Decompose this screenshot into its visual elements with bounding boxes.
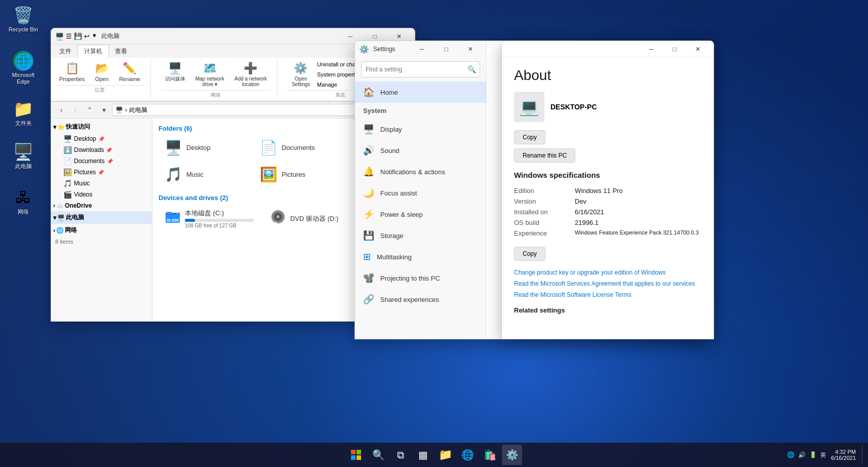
desktop-icon-edge[interactable]: 🌐 Microsoft Edge bbox=[5, 51, 42, 85]
svg-rect-3 bbox=[172, 219, 179, 222]
taskbar-settings-button[interactable]: ⚙️ bbox=[502, 445, 522, 465]
drive-c[interactable]: 本地磁盘 (C:) 108 GB free of 127 GB bbox=[159, 206, 260, 231]
up-button[interactable]: ⌃ bbox=[84, 104, 96, 116]
about-link-license[interactable]: Read the Microsoft Software License Term… bbox=[514, 291, 701, 298]
about-content: About 💻 DESKTOP-PC Copy Rename this PC W… bbox=[502, 57, 714, 324]
related-settings-title: Related settings bbox=[514, 306, 701, 314]
specs-row-version: Version Dev bbox=[514, 196, 701, 207]
desktop-icon-folder[interactable]: 📁 文件夹 bbox=[5, 99, 42, 127]
taskbar-widgets-button[interactable]: ▦ bbox=[413, 445, 433, 465]
item-count: 8 items bbox=[51, 237, 152, 247]
tab-computer[interactable]: 计算机 bbox=[77, 45, 109, 58]
drive-d[interactable]: DVD DVD 驱动器 (D:) bbox=[264, 206, 365, 231]
tab-view[interactable]: 查看 bbox=[109, 45, 133, 58]
add-network-button[interactable]: ➕ Add a networklocation bbox=[230, 60, 271, 89]
device-info: 💻 DESKTOP-PC bbox=[514, 92, 701, 122]
folder-pictures[interactable]: 🖼️ Pictures bbox=[254, 163, 345, 186]
about-copy-specs-button[interactable]: Copy bbox=[514, 247, 545, 261]
svg-rect-11 bbox=[357, 450, 361, 454]
folder-music[interactable]: 🎵 Music bbox=[159, 163, 250, 186]
titlebar-title: 此电脑 bbox=[101, 32, 120, 41]
settings-nav-focus[interactable]: 🌙 Focus assist bbox=[355, 182, 486, 204]
open-button[interactable]: 📂 Open bbox=[91, 60, 113, 84]
sidebar-section-this-pc[interactable]: ▾ 🖥️ 此电脑 bbox=[51, 211, 152, 224]
about-title: About bbox=[514, 67, 701, 84]
settings-close-button[interactable]: ✕ bbox=[459, 41, 482, 57]
settings-nav-projecting[interactable]: 📽️ Projecting to this PC bbox=[355, 267, 486, 289]
svg-rect-12 bbox=[351, 455, 356, 460]
taskbar-start-button[interactable] bbox=[346, 445, 366, 465]
settings-nav-sound[interactable]: 🔊 Sound bbox=[355, 140, 486, 161]
taskbar-edge-button[interactable]: 🌐 bbox=[457, 445, 478, 465]
svg-rect-5 bbox=[167, 212, 172, 214]
taskbar-center: 🔍 ⧉ ▦ 📁 🌐 🛍️ ⚙️ bbox=[346, 445, 522, 465]
svg-text:DVD: DVD bbox=[271, 221, 278, 224]
settings-minimize-button[interactable]: ─ bbox=[410, 41, 433, 57]
sidebar-item-downloads[interactable]: ⬇️ Downloads 📌 bbox=[59, 144, 152, 155]
system-section-label: System bbox=[355, 103, 486, 119]
settings-search-input[interactable] bbox=[361, 61, 480, 77]
ribbon-group-location: 📋 Properties 📂 Open ✏️ Rename 位置 bbox=[55, 60, 151, 99]
taskbar-explorer-button[interactable]: 📁 bbox=[435, 445, 455, 465]
taskbar-search-button[interactable]: 🔍 bbox=[368, 445, 388, 465]
settings-search: 🔍 bbox=[361, 61, 480, 77]
desktop-icon-network[interactable]: 🖧 网络 bbox=[5, 187, 42, 215]
about-rename-button[interactable]: Rename this PC bbox=[514, 148, 575, 163]
sidebar-item-music[interactable]: 🎵 Music bbox=[59, 178, 152, 189]
settings-maximize-button[interactable]: □ bbox=[435, 41, 458, 57]
sidebar-item-desktop[interactable]: 🖥️ Desktop 📌 bbox=[59, 133, 152, 144]
map-drive-button[interactable]: 🗺️ Map networkdrive ▾ bbox=[191, 60, 228, 89]
tab-file[interactable]: 文件 bbox=[53, 45, 77, 58]
properties-button[interactable]: 📋 Properties bbox=[55, 60, 89, 84]
win-specs-title: Windows specifications bbox=[514, 171, 701, 179]
specs-row-experience: Experience Windows Feature Experience Pa… bbox=[514, 228, 701, 239]
desktop-icon-this-pc[interactable]: 🖥️ 此电脑 bbox=[5, 142, 42, 170]
taskbar-store-button[interactable]: 🛍️ bbox=[480, 445, 500, 465]
desktop-icon-recycle-bin[interactable]: 🗑️ Recycle Bin bbox=[5, 5, 42, 33]
about-copy-button[interactable]: Copy bbox=[514, 130, 545, 144]
forward-button[interactable]: › bbox=[69, 104, 82, 116]
open-settings-button[interactable]: ⚙️ OpenSettings bbox=[288, 60, 314, 89]
sidebar-item-documents[interactable]: 📄 Documents 📌 bbox=[59, 155, 152, 167]
recent-button[interactable]: ▾ bbox=[98, 104, 110, 116]
specs-row-installed: Installed on 6/16/2021 bbox=[514, 207, 701, 217]
sidebar-item-pictures[interactable]: 🖼️ Pictures 📌 bbox=[59, 167, 152, 178]
about-close-button[interactable]: ✕ bbox=[686, 41, 709, 57]
settings-nav-shared[interactable]: 🔗 Shared experiences bbox=[355, 289, 486, 310]
back-button[interactable]: ‹ bbox=[55, 104, 67, 116]
tray-sound-icon[interactable]: 🔊 bbox=[797, 450, 807, 459]
settings-nav: 🏠 Home System 🖥️ Display 🔊 Sound 🔔 Notif… bbox=[355, 82, 486, 339]
sidebar-section-onedrive[interactable]: › ☁️ OneDrive bbox=[51, 200, 152, 211]
tray-lang-icon[interactable]: 英 bbox=[819, 450, 827, 460]
rename-button[interactable]: ✏️ Rename bbox=[115, 60, 144, 84]
svg-rect-10 bbox=[351, 450, 356, 454]
taskbar-taskview-button[interactable]: ⧉ bbox=[390, 445, 411, 465]
sidebar-section-quick-access[interactable]: ▾ ⭐ 快速访问 bbox=[51, 121, 152, 133]
folder-desktop[interactable]: 🖥️ Desktop bbox=[159, 136, 250, 159]
specs-row-edition: Edition Windows 11 Pro bbox=[514, 185, 701, 196]
about-maximize-button[interactable]: □ bbox=[663, 41, 686, 57]
svg-rect-2 bbox=[167, 219, 171, 222]
tray-battery-icon[interactable]: 🔋 bbox=[808, 450, 818, 459]
ribbon-group-network: 🖥️ 访问媒体 🗺️ Map networkdrive ▾ ➕ Add a ne… bbox=[161, 60, 278, 99]
sidebar: ▾ ⭐ 快速访问 🖥️ Desktop 📌 ⬇️ Downloads 📌 bbox=[51, 119, 152, 322]
settings-nav-notifications[interactable]: 🔔 Notifications & actions bbox=[355, 161, 486, 182]
settings-nav-power[interactable]: ⚡ Power & sleep bbox=[355, 204, 486, 225]
taskbar-clock[interactable]: 4:32 PM 6/16/2021 bbox=[831, 449, 856, 461]
sidebar-section-network[interactable]: › 🌐 网络 bbox=[51, 224, 152, 237]
settings-nav-storage[interactable]: 💾 Storage bbox=[355, 225, 486, 246]
about-panel: ─ □ ✕ About 💻 DESKTOP-PC Copy Rename thi… bbox=[501, 41, 714, 339]
sidebar-item-videos[interactable]: 🎬 Videos bbox=[59, 189, 152, 200]
folder-documents[interactable]: 📄 Documents bbox=[254, 136, 345, 159]
settings-nav-multitasking[interactable]: ⊞ Multitasking bbox=[355, 246, 486, 267]
titlebar-icon: 🖥️ bbox=[55, 32, 64, 41]
show-desktop-button[interactable] bbox=[862, 445, 864, 465]
settings-nav-home[interactable]: 🏠 Home bbox=[355, 82, 486, 103]
about-link-product-key[interactable]: Change product key or upgrade your editi… bbox=[514, 269, 701, 276]
tray-network-icon[interactable]: 🌐 bbox=[786, 450, 796, 459]
specs-row-build: OS build 21996.1 bbox=[514, 217, 701, 228]
settings-nav-display[interactable]: 🖥️ Display bbox=[355, 119, 486, 140]
about-minimize-button[interactable]: ─ bbox=[640, 41, 663, 57]
about-link-services[interactable]: Read the Microsoft Services Agreement th… bbox=[514, 280, 701, 287]
media-button[interactable]: 🖥️ 访问媒体 bbox=[161, 60, 189, 89]
